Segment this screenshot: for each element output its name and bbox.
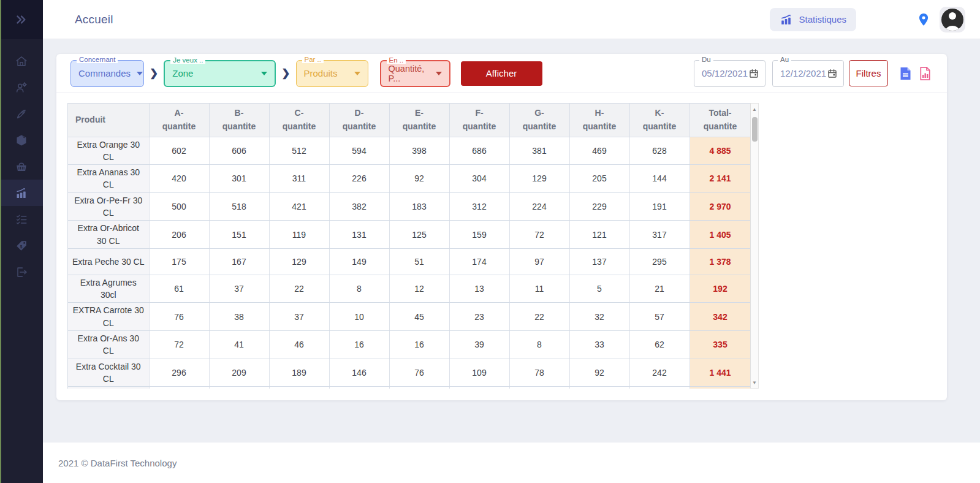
column-header: K-quantite xyxy=(629,104,689,137)
value-cell: 97 xyxy=(509,248,569,275)
value-cell: 205 xyxy=(569,165,629,193)
chevron-down-icon xyxy=(354,72,360,75)
sidebar-collapse-button[interactable] xyxy=(0,0,43,39)
export-chart-report-button[interactable] xyxy=(919,66,932,81)
value-cell: 41 xyxy=(209,331,269,359)
product-cell: Extra Citron 30 CL xyxy=(68,387,149,389)
value-cell: 146 xyxy=(329,359,389,387)
sidebar-item-price-tag[interactable]: $ xyxy=(0,232,43,259)
total-cell: 2 970 xyxy=(689,192,750,221)
value-cell: 62 xyxy=(629,331,689,359)
total-cell: 4 885 xyxy=(689,137,750,165)
value-cell: 76 xyxy=(149,303,209,331)
price-tag-icon: $ xyxy=(15,239,28,253)
value-cell: 33 xyxy=(569,331,629,359)
value-cell: 39 xyxy=(449,331,509,359)
column-header: E-quantite xyxy=(389,104,449,137)
value-cell: 32 xyxy=(569,303,629,331)
value-cell: 512 xyxy=(269,137,329,165)
value-cell: 125 xyxy=(389,221,449,249)
value-cell: 295 xyxy=(629,248,689,275)
value-cell: 119 xyxy=(269,221,329,249)
value-cell: 149 xyxy=(329,248,389,275)
scroll-down-arrow[interactable]: ▼ xyxy=(751,378,758,387)
avatar xyxy=(941,9,963,31)
value-cell: 137 xyxy=(569,248,629,275)
value-cell: 57 xyxy=(629,303,689,331)
scrollbar-thumb[interactable] xyxy=(752,117,758,142)
filtres-button[interactable]: Filtres xyxy=(849,60,888,86)
en-dropdown[interactable]: En .. Quantité, P... xyxy=(380,60,450,87)
par-dropdown[interactable]: Par .. Produits xyxy=(296,60,368,87)
par-label: Par .. xyxy=(302,56,324,63)
column-header: Total-quantite xyxy=(689,104,750,137)
calendar-icon xyxy=(827,68,838,79)
sidebar-item-user-settings[interactable] xyxy=(0,74,43,101)
value-cell: 22 xyxy=(509,303,569,331)
value-cell: 0 xyxy=(629,387,689,389)
table-row: Extra Or-Abricot 30 CL206151119131125159… xyxy=(68,221,750,249)
chevron-down-icon xyxy=(137,72,143,75)
value-cell: 16 xyxy=(389,331,449,359)
value-cell: 420 xyxy=(149,165,209,193)
value-cell: 37 xyxy=(209,275,269,303)
filter-bar: Concernant Commandes ❯ Je veux .. Zone ❯… xyxy=(56,54,947,93)
date-from-field[interactable]: Du 05/12/2021 xyxy=(694,60,765,87)
table-row: Extra Cocktail 30 CL29620918914676109789… xyxy=(68,359,750,387)
scroll-up-arrow[interactable]: ▲ xyxy=(751,104,758,114)
user-menu-button[interactable] xyxy=(940,7,965,32)
value-cell: 594 xyxy=(329,137,389,165)
home-icon xyxy=(15,55,28,68)
value-cell: 63 xyxy=(149,387,209,389)
value-cell: 72 xyxy=(149,331,209,359)
chevron-right-separator: ❯ xyxy=(281,67,290,80)
value-cell: 421 xyxy=(269,192,329,221)
bar-chart-arrow-icon xyxy=(780,13,793,26)
product-cell: Extra Ananas 30 CL xyxy=(68,165,149,193)
value-cell: 131 xyxy=(329,221,389,249)
je-veux-dropdown[interactable]: Je veux .. Zone xyxy=(164,60,276,87)
date-to-label: Au xyxy=(778,56,791,63)
sidebar-item-rocket[interactable] xyxy=(0,101,43,127)
value-cell: 19 xyxy=(449,387,509,389)
value-cell: 469 xyxy=(569,137,629,165)
value-cell: 11 xyxy=(509,387,569,389)
export-document-button[interactable] xyxy=(899,66,912,81)
sidebar-item-package[interactable] xyxy=(0,127,43,153)
total-cell: 2 141 xyxy=(689,165,750,193)
copyright-text: 2021 © DataFirst Technology xyxy=(58,458,177,468)
value-cell: 628 xyxy=(629,137,689,165)
sidebar-item-home[interactable] xyxy=(0,48,43,74)
total-cell: 335 xyxy=(689,331,750,359)
sidebar-item-checklist[interactable] xyxy=(0,206,43,232)
sidebar-item-basket[interactable] xyxy=(0,153,43,180)
location-pin-icon xyxy=(917,12,930,27)
value-cell: 226 xyxy=(329,165,389,193)
value-cell: 37 xyxy=(269,303,329,331)
sidebar-item-statistics[interactable] xyxy=(0,180,43,206)
table-row: Extra Citron 30 CL63184111431911100218 xyxy=(68,387,750,389)
sidebar-item-logout[interactable] xyxy=(0,259,43,285)
total-cell: 342 xyxy=(689,303,750,331)
table-row: Extra Ananas 30 CL4203013112269230412920… xyxy=(68,165,750,193)
total-cell: 1 378 xyxy=(689,248,750,275)
afficher-button[interactable]: Afficher xyxy=(461,61,542,86)
value-cell: 12 xyxy=(389,275,449,303)
table-scrollbar[interactable]: ▲ ▼ xyxy=(750,103,759,389)
value-cell: 317 xyxy=(629,221,689,249)
statistiques-button[interactable]: Statistiques xyxy=(770,8,856,31)
table-header-row: ProduitA-quantiteB-quantiteC-quantiteD-q… xyxy=(68,104,750,137)
concernant-dropdown[interactable]: Concernant Commandes xyxy=(70,60,144,87)
table-row: Extra Peche 30 CL17516712914951174971372… xyxy=(68,248,750,275)
bar-chart-arrow-icon xyxy=(14,186,29,200)
double-chevron-right-icon xyxy=(13,12,29,28)
document-icon xyxy=(899,66,912,81)
en-label: En .. xyxy=(387,56,406,64)
value-cell: 174 xyxy=(449,248,509,275)
table-row: Extra Or-Pe-Fr 30 CL50051842138218331222… xyxy=(68,192,750,221)
value-cell: 16 xyxy=(329,331,389,359)
date-to-field[interactable]: Au 12/12/2021 xyxy=(772,60,844,87)
concernant-label: Concernant xyxy=(77,56,118,63)
chevron-right-separator: ❯ xyxy=(150,67,158,80)
location-button[interactable] xyxy=(917,12,930,27)
